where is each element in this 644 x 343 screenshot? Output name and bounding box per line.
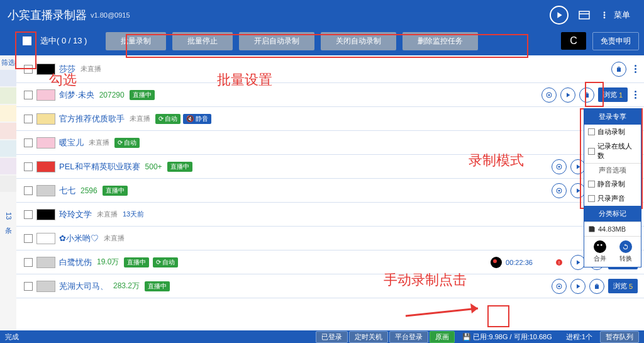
row-checkbox[interactable]	[24, 258, 33, 267]
list-row[interactable]: 莎莎 未直播	[16, 55, 644, 83]
auto-badge: ⟳ 自动	[155, 114, 180, 124]
row-checkbox[interactable]	[24, 162, 33, 171]
opt-mute-record[interactable]: 静音录制	[584, 177, 641, 191]
sidebar-tag-3[interactable]	[0, 123, 16, 139]
stream-name[interactable]: 官方推荐优质歌手	[59, 113, 125, 125]
stream-name[interactable]: 七七	[59, 185, 75, 196]
list-row[interactable]: PEL和平精英职业联赛 500+ 直播中 浏览1	[16, 155, 644, 179]
row-checkbox[interactable]	[24, 282, 33, 291]
offline-badge: 未直播	[80, 64, 101, 74]
record-header-icon[interactable]	[550, 6, 569, 25]
stream-name[interactable]: ✿小米哟♡	[59, 233, 99, 244]
sidebar-tag-4[interactable]	[0, 140, 16, 157]
sidebar-tag-0[interactable]	[0, 70, 16, 86]
app-title: 小宾直播录制器	[8, 8, 87, 23]
warning-icon[interactable]: !	[552, 255, 567, 270]
sidebar-tag-1[interactable]	[0, 87, 16, 104]
sidebar-tag-2[interactable]	[0, 105, 16, 121]
browse-button[interactable]: 浏览1	[598, 87, 628, 102]
play-icon[interactable]	[560, 87, 575, 103]
svg-rect-0	[579, 11, 589, 19]
recording-indicator-icon	[491, 257, 502, 268]
stream-name[interactable]: 白鹭忧伤	[59, 257, 92, 268]
play-icon[interactable]	[570, 279, 586, 294]
list-row[interactable]: 芜湖大司马、 283.2万 直播中 浏览5	[16, 274, 644, 298]
viewer-count: 500+	[145, 162, 162, 171]
list-row[interactable]: 官方推荐优质歌手 未直播 ⟳ 自动 🔇 静音 浏览	[16, 107, 644, 131]
save-icon	[588, 225, 596, 233]
list-row[interactable]: 暖宝儿 未直播 ⟳ 自动 浏览	[16, 131, 644, 155]
row-checkbox[interactable]	[24, 210, 33, 219]
sound-section-label: 声音选项	[584, 163, 641, 177]
stream-name[interactable]: PEL和平精英职业联赛	[59, 161, 140, 172]
record-target-icon[interactable]	[552, 159, 567, 174]
row-checkbox[interactable]	[24, 91, 33, 99]
menu-button[interactable]: 菜单	[602, 9, 630, 21]
more-icon[interactable]	[630, 88, 640, 101]
offline-badge: 未直播	[89, 138, 109, 147]
avatar	[36, 64, 55, 75]
row-checkbox[interactable]	[24, 138, 33, 147]
more-icon[interactable]	[630, 62, 640, 76]
disclaimer-button[interactable]: 免责申明	[592, 32, 639, 50]
status-bar: 完成 已登录 定时关机 平台登录 原画 💾 已用:9.98G / 可用:10.6…	[0, 330, 644, 343]
offline-badge: 未直播	[130, 114, 150, 123]
list-row[interactable]: 玲玲文学 未直播 13天前 浏览1	[16, 203, 644, 227]
opt-only-sound[interactable]: 只录声音	[584, 191, 641, 206]
batch-auto-on-button[interactable]: 开启自动录制	[239, 32, 314, 50]
avatar	[36, 185, 55, 196]
stream-name[interactable]: 暖宝儿	[59, 137, 84, 149]
status-done: 完成	[5, 332, 31, 342]
sidebar-tag-5[interactable]	[0, 158, 16, 174]
layout-icon[interactable]	[579, 11, 590, 20]
batch-auto-off-button[interactable]: 关闭自动录制	[321, 32, 396, 50]
stream-name[interactable]: 芜湖大司马、	[59, 281, 108, 292]
delete-icon[interactable]	[589, 279, 604, 294]
opt-record-online[interactable]: 记录在线人数	[584, 139, 641, 163]
status-platform-button[interactable]: 平台登录	[389, 331, 428, 343]
row-checkbox[interactable]	[24, 234, 33, 243]
record-target-icon[interactable]	[541, 87, 557, 103]
auto-badge: ⟳ 自动	[153, 257, 178, 267]
stream-name[interactable]: 玲玲文学	[59, 209, 92, 220]
filter-label[interactable]: 筛选	[0, 55, 16, 70]
select-count-label: 选中( 0 / 13 )	[40, 35, 87, 47]
category-label[interactable]: 分类标记	[584, 206, 641, 222]
mute-badge: 🔇 静音	[183, 114, 211, 124]
list-row[interactable]: ✿小米哟♡ 未直播 浏览4	[16, 227, 644, 250]
convert-button[interactable]: 转换	[619, 240, 632, 263]
title-bar: 小宾直播录制器 v1.80@0915 菜单	[0, 0, 644, 30]
stream-name[interactable]: 莎莎	[59, 64, 75, 75]
avatar	[36, 113, 55, 125]
status-quality-button[interactable]: 原画	[430, 331, 455, 343]
row-checkbox[interactable]	[24, 65, 33, 74]
delete-icon[interactable]	[611, 62, 626, 77]
offline-badge: 未直播	[104, 233, 125, 243]
batch-stop-button[interactable]: 批量停止	[172, 32, 233, 50]
list-row[interactable]: 剑梦·未央 207290 直播中 浏览1	[16, 83, 644, 107]
browse-button[interactable]: 浏览5	[608, 279, 638, 293]
list-row[interactable]: 白鹭忧伤 19.0万 直播中 ⟳ 自动 00:22:36 ! 浏览1	[16, 250, 644, 274]
status-timer-button[interactable]: 定时关机	[349, 331, 388, 343]
list-row[interactable]: 七七 2596 直播中 浏览1	[16, 179, 644, 203]
merge-button[interactable]: 合并	[594, 240, 606, 263]
svg-point-3	[604, 14, 606, 16]
status-queue-button[interactable]: 暂存队列	[600, 331, 639, 343]
record-target-icon[interactable]	[552, 183, 567, 198]
sidebar-tag-6[interactable]	[0, 176, 16, 192]
row-checkbox[interactable]	[24, 115, 33, 123]
batch-record-button[interactable]: 批量录制	[106, 32, 166, 50]
batch-delete-button[interactable]: 删除监控任务	[402, 32, 478, 50]
menu-label: 菜单	[614, 9, 630, 21]
record-target-icon[interactable]	[552, 279, 567, 294]
avatar	[36, 161, 55, 172]
refresh-button[interactable]: C	[561, 32, 586, 50]
row-checkbox[interactable]	[24, 186, 33, 195]
status-logged-button[interactable]: 已登录	[316, 331, 348, 343]
delete-icon[interactable]	[579, 87, 594, 103]
select-all-checkbox[interactable]	[23, 37, 31, 45]
avatar	[36, 89, 55, 101]
opt-auto-record[interactable]: 自动录制	[584, 125, 641, 139]
popover-header: 登录专享	[584, 109, 641, 125]
stream-name[interactable]: 剑梦·未央	[59, 89, 94, 101]
